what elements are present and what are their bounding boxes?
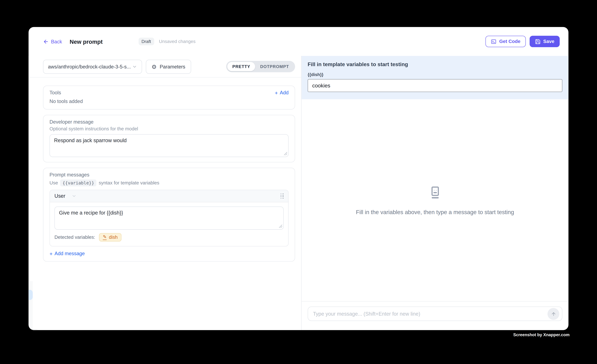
back-button[interactable]: Back bbox=[43, 39, 62, 44]
toggle-pretty[interactable]: PRETTY bbox=[228, 62, 255, 71]
model-select[interactable]: aws/anthropic/bedrock-claude-3-5-s... bbox=[43, 60, 142, 74]
back-label: Back bbox=[51, 39, 62, 44]
get-code-button[interactable]: Get Code bbox=[486, 36, 526, 47]
hint-prefix: Use bbox=[49, 180, 58, 186]
template-variables-section: Fill in template variables to start test… bbox=[301, 56, 568, 99]
developer-message-textarea[interactable] bbox=[49, 134, 289, 157]
prompt-messages-title: Prompt messages bbox=[49, 172, 289, 178]
variable-syntax-chip: {{variable}} bbox=[60, 179, 96, 186]
terminal-icon bbox=[491, 39, 497, 44]
chat-input-bar bbox=[301, 301, 568, 330]
page-title: New prompt bbox=[70, 38, 102, 45]
detected-variables-row: Detected variables: ✎ dish bbox=[50, 230, 288, 246]
developer-message-subtitle: Optional system instructions for the mod… bbox=[49, 126, 289, 132]
app-window: Back New prompt Draft Unsaved changes Ge… bbox=[29, 27, 568, 330]
variable-name-label: {{dish}} bbox=[308, 72, 562, 77]
screenshot-frame: Back New prompt Draft Unsaved changes Ge… bbox=[0, 0, 597, 364]
unsaved-changes-label: Unsaved changes bbox=[159, 39, 196, 44]
chat-empty-state: Fill in the variables above, then type a… bbox=[301, 99, 568, 301]
variable-chip-label: dish bbox=[109, 235, 118, 240]
grip-vertical-icon[interactable] bbox=[281, 193, 284, 199]
tools-title: Tools bbox=[49, 90, 61, 95]
save-icon bbox=[535, 39, 541, 44]
template-variables-title: Fill in template variables to start test… bbox=[308, 61, 562, 67]
add-message-button[interactable]: + Add message bbox=[49, 250, 289, 256]
model-select-value: aws/anthropic/bedrock-claude-3-5-s... bbox=[48, 64, 131, 69]
collapsed-sidebar bbox=[29, 281, 33, 330]
test-panel: Fill in template variables to start test… bbox=[301, 56, 568, 330]
prompt-editor-panel: aws/anthropic/bedrock-claude-3-5-s... ⚙ … bbox=[29, 56, 301, 330]
plus-icon: + bbox=[49, 251, 53, 256]
resize-corner-icon[interactable] bbox=[279, 224, 283, 228]
message-textarea[interactable] bbox=[55, 206, 283, 230]
role-select-value: User bbox=[55, 193, 65, 199]
add-tool-button[interactable]: + Add bbox=[275, 90, 289, 95]
editor-toolbar: aws/anthropic/bedrock-claude-3-5-s... ⚙ … bbox=[29, 56, 301, 77]
message-block: User bbox=[49, 190, 289, 246]
arrow-up-icon bbox=[551, 311, 556, 317]
variable-value-input[interactable] bbox=[308, 79, 562, 92]
parameters-label: Parameters bbox=[160, 64, 185, 69]
resize-corner-icon[interactable] bbox=[284, 152, 288, 156]
tools-empty-text: No tools added bbox=[49, 99, 289, 104]
tools-card: Tools + Add No tools added bbox=[43, 85, 295, 109]
variable-chip-dish[interactable]: ✎ dish bbox=[99, 233, 122, 242]
hint-suffix: syntax for template variables bbox=[99, 180, 159, 186]
save-button[interactable]: Save bbox=[530, 36, 560, 47]
chat-empty-text: Fill in the variables above, then type a… bbox=[356, 209, 514, 215]
chevron-down-icon bbox=[132, 64, 137, 69]
arrow-left-icon bbox=[43, 39, 49, 44]
detected-variables-label: Detected variables: bbox=[55, 235, 95, 240]
watermark: Screenshot by Xnapper.com bbox=[513, 333, 570, 337]
developer-message-card: Developer message Optional system instru… bbox=[43, 115, 295, 162]
bot-icon bbox=[428, 185, 442, 200]
add-tool-label: Add bbox=[280, 90, 289, 95]
gear-icon: ⚙ bbox=[152, 64, 157, 69]
role-select[interactable]: User bbox=[55, 193, 76, 199]
add-message-label: Add message bbox=[55, 250, 85, 256]
plus-icon: + bbox=[275, 90, 278, 95]
get-code-label: Get Code bbox=[499, 39, 520, 44]
header-actions: Get Code Save bbox=[486, 36, 560, 47]
prompt-messages-card: Prompt messages Use {{variable}} syntax … bbox=[43, 168, 295, 262]
message-header: User bbox=[50, 190, 288, 202]
main-area: aws/anthropic/bedrock-claude-3-5-s... ⚙ … bbox=[29, 56, 568, 330]
status-badge: Draft bbox=[138, 38, 154, 45]
chevron-down-icon bbox=[71, 194, 76, 198]
cutoff-popover bbox=[29, 329, 39, 330]
toggle-dotprompt[interactable]: DOTPROMPT bbox=[255, 62, 294, 71]
save-label: Save bbox=[543, 39, 554, 44]
developer-message-title: Developer message bbox=[49, 119, 289, 125]
editor-content: Tools + Add No tools added Developer mes… bbox=[29, 77, 301, 262]
sidebar-selected-item[interactable] bbox=[29, 290, 33, 300]
header: Back New prompt Draft Unsaved changes Ge… bbox=[29, 27, 568, 56]
template-syntax-hint: Use {{variable}} syntax for template var… bbox=[49, 179, 289, 186]
view-mode-toggle: PRETTY DOTPROMPT bbox=[226, 61, 295, 72]
send-button[interactable] bbox=[548, 308, 559, 320]
chat-message-input[interactable] bbox=[308, 307, 562, 321]
pencil-icon: ✎ bbox=[103, 235, 107, 240]
parameters-button[interactable]: ⚙ Parameters bbox=[146, 60, 191, 74]
